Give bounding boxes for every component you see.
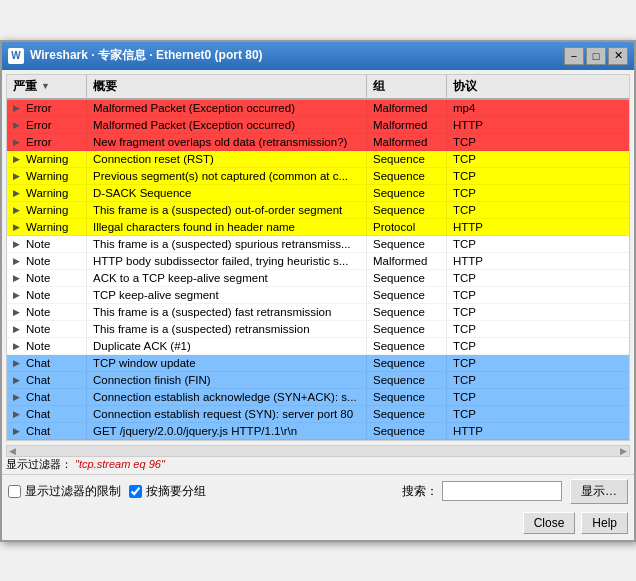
table-row[interactable]: ▶ErrorNew fragment overlaps old data (re… xyxy=(7,134,629,151)
table-row[interactable]: ▶NoteTCP keep-alive segmentSequenceTCP xyxy=(7,287,629,304)
cell-group: Sequence xyxy=(367,406,447,422)
bottom-controls: 显示过滤器的限制 按摘要分组 搜索： 显示… xyxy=(2,474,634,508)
horizontal-scrollbar[interactable]: ◀ ▶ xyxy=(6,445,630,457)
table-row[interactable]: ▶NoteThis frame is a (suspected) spuriou… xyxy=(7,236,629,253)
table-row[interactable]: ▶WarningD-SACK SequenceSequenceTCP xyxy=(7,185,629,202)
cell-protocol: TCP xyxy=(447,338,527,354)
group-checkbox[interactable] xyxy=(129,485,142,498)
cell-severity: ▶Error xyxy=(7,117,87,133)
cell-protocol: TCP xyxy=(447,355,527,371)
cell-severity: ▶Chat xyxy=(7,355,87,371)
cell-severity: ▶Note xyxy=(7,236,87,252)
cell-severity: ▶Warning xyxy=(7,185,87,201)
expand-arrow-icon: ▶ xyxy=(13,375,23,385)
cell-summary: Connection reset (RST) xyxy=(87,151,367,167)
expand-arrow-icon: ▶ xyxy=(13,409,23,419)
expand-arrow-icon: ▶ xyxy=(13,358,23,368)
close-window-button[interactable]: ✕ xyxy=(608,47,628,65)
expand-arrow-icon: ▶ xyxy=(13,426,23,436)
cell-summary: Malformed Packet (Exception occurred) xyxy=(87,117,367,133)
table-row[interactable]: ▶ChatConnection establish acknowledge (S… xyxy=(7,389,629,406)
cell-group: Sequence xyxy=(367,304,447,320)
cell-severity: ▶Note xyxy=(7,253,87,269)
table-row[interactable]: ▶WarningConnection reset (RST)SequenceTC… xyxy=(7,151,629,168)
cell-summary: D-SACK Sequence xyxy=(87,185,367,201)
title-bar-left: W Wireshark · 专家信息 · Ethernet0 (port 80) xyxy=(8,47,263,64)
expert-info-table: 严重 ▼ 概要 组 协议 ▶ErrorMalformed Packet (Exc… xyxy=(6,74,630,441)
cell-protocol: HTTP xyxy=(447,423,527,439)
cell-group: Sequence xyxy=(367,151,447,167)
cell-severity: ▶Error xyxy=(7,100,87,116)
cell-group: Sequence xyxy=(367,372,447,388)
cell-severity: ▶Warning xyxy=(7,202,87,218)
cell-protocol: TCP xyxy=(447,185,527,201)
cell-summary: This frame is a (suspected) retransmissi… xyxy=(87,321,367,337)
table-row[interactable]: ▶WarningIllegal characters found in head… xyxy=(7,219,629,236)
cell-summary: Connection finish (FIN) xyxy=(87,372,367,388)
cell-summary: GET /jquery/2.0.0/jquery.js HTTP/1.1\r\n xyxy=(87,423,367,439)
cell-group: Sequence xyxy=(367,270,447,286)
cell-summary: Duplicate ACK (#1) xyxy=(87,338,367,354)
search-input[interactable] xyxy=(442,481,562,501)
cell-summary: Connection establish acknowledge (SYN+AC… xyxy=(87,389,367,405)
cell-group: Sequence xyxy=(367,236,447,252)
group-label: 按摘要分组 xyxy=(146,483,206,500)
cell-severity: ▶Note xyxy=(7,321,87,337)
cell-protocol: TCP xyxy=(447,287,527,303)
table-row[interactable]: ▶NoteDuplicate ACK (#1)SequenceTCP xyxy=(7,338,629,355)
cell-protocol: TCP xyxy=(447,372,527,388)
table-row[interactable]: ▶WarningThis frame is a (suspected) out-… xyxy=(7,202,629,219)
table-row[interactable]: ▶ChatGET /jquery/2.0.0/jquery.js HTTP/1.… xyxy=(7,423,629,440)
button-bar: Close Help xyxy=(2,508,634,540)
cell-severity: ▶Note xyxy=(7,287,87,303)
expand-arrow-icon: ▶ xyxy=(13,239,23,249)
cell-severity: ▶Warning xyxy=(7,151,87,167)
col-protocol[interactable]: 协议 xyxy=(447,75,527,98)
expand-arrow-icon: ▶ xyxy=(13,307,23,317)
cell-protocol: mp4 xyxy=(447,100,527,116)
help-button[interactable]: Help xyxy=(581,512,628,534)
close-button[interactable]: Close xyxy=(523,512,576,534)
cell-summary: Connection establish request (SYN): serv… xyxy=(87,406,367,422)
app-icon: W xyxy=(8,48,24,64)
cell-protocol: TCP xyxy=(447,134,527,150)
limit-checkbox[interactable] xyxy=(8,485,21,498)
cell-protocol: TCP xyxy=(447,270,527,286)
expand-arrow-icon: ▶ xyxy=(13,341,23,351)
expand-arrow-icon: ▶ xyxy=(13,154,23,164)
display-button[interactable]: 显示… xyxy=(570,479,628,504)
table-row[interactable]: ▶NoteThis frame is a (suspected) fast re… xyxy=(7,304,629,321)
col-summary[interactable]: 概要 xyxy=(87,75,367,98)
cell-severity: ▶Chat xyxy=(7,406,87,422)
col-group[interactable]: 组 xyxy=(367,75,447,98)
table-row[interactable]: ▶NoteHTTP body subdissector failed, tryi… xyxy=(7,253,629,270)
table-row[interactable]: ▶ChatTCP window updateSequenceTCP xyxy=(7,355,629,372)
cell-severity: ▶Note xyxy=(7,304,87,320)
maximize-button[interactable]: □ xyxy=(586,47,606,65)
table-row[interactable]: ▶ChatConnection establish request (SYN):… xyxy=(7,406,629,423)
minimize-button[interactable]: − xyxy=(564,47,584,65)
cell-group: Sequence xyxy=(367,287,447,303)
table-row[interactable]: ▶NoteACK to a TCP keep-alive segmentSequ… xyxy=(7,270,629,287)
limit-label: 显示过滤器的限制 xyxy=(25,483,121,500)
cell-group: Sequence xyxy=(367,168,447,184)
status-bar: 显示过滤器： "tcp.stream eq 96" xyxy=(6,457,630,472)
table-row[interactable]: ▶WarningPrevious segment(s) not captured… xyxy=(7,168,629,185)
table-row[interactable]: ▶ErrorMalformed Packet (Exception occurr… xyxy=(7,100,629,117)
expand-arrow-icon: ▶ xyxy=(13,188,23,198)
table-row[interactable]: ▶ChatConnection finish (FIN)SequenceTCP xyxy=(7,372,629,389)
cell-group: Malformed xyxy=(367,253,447,269)
table-row[interactable]: ▶NoteThis frame is a (suspected) retrans… xyxy=(7,321,629,338)
title-bar: W Wireshark · 专家信息 · Ethernet0 (port 80)… xyxy=(2,42,634,70)
col-severity[interactable]: 严重 ▼ xyxy=(7,75,87,98)
cell-summary: New fragment overlaps old data (retransm… xyxy=(87,134,367,150)
expand-arrow-icon: ▶ xyxy=(13,205,23,215)
cell-protocol: HTTP xyxy=(447,219,527,235)
expand-arrow-icon: ▶ xyxy=(13,290,23,300)
checkbox-limit: 显示过滤器的限制 xyxy=(8,483,121,500)
filter-label: 显示过滤器： xyxy=(6,458,72,470)
cell-severity: ▶Error xyxy=(7,134,87,150)
table-row[interactable]: ▶ErrorMalformed Packet (Exception occurr… xyxy=(7,117,629,134)
cell-summary: This frame is a (suspected) out-of-order… xyxy=(87,202,367,218)
cell-summary: HTTP body subdissector failed, trying he… xyxy=(87,253,367,269)
